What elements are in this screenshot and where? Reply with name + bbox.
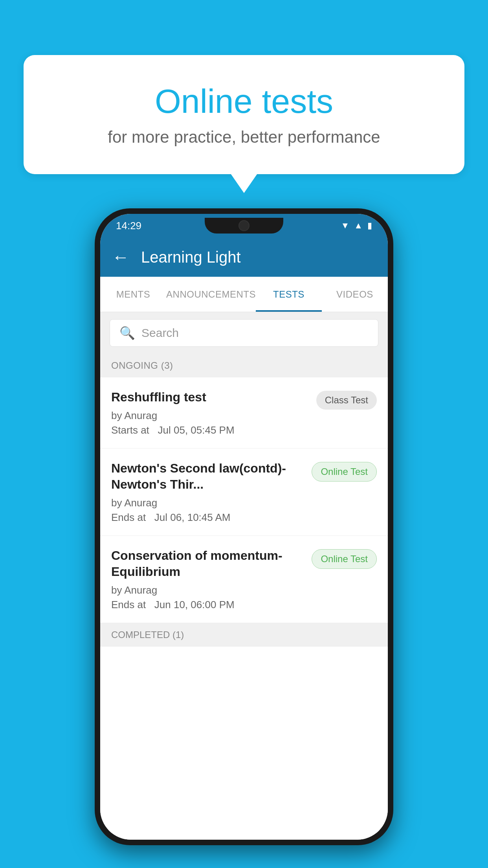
completed-label: COMPLETED (1): [111, 629, 184, 640]
phone-camera: [238, 220, 250, 231]
test-list: Reshuffling test by Anurag Starts at Jul…: [100, 377, 388, 840]
test-badge-online: Online Test: [312, 462, 377, 482]
test-name: Reshuffling test: [111, 389, 308, 406]
bubble-title: Online tests: [55, 83, 433, 120]
speech-bubble-container: Online tests for more practice, better p…: [24, 55, 464, 174]
bubble-subtitle: for more practice, better performance: [55, 128, 433, 147]
tab-ments-label: MENTS: [116, 289, 150, 300]
battery-icon: ▮: [367, 221, 372, 231]
test-name: Newton's Second law(contd)-Newton's Thir…: [111, 460, 304, 493]
search-icon: 🔍: [119, 326, 135, 340]
test-date-label: Ends at: [111, 599, 146, 611]
status-time: 14:29: [116, 220, 141, 232]
test-item[interactable]: Newton's Second law(contd)-Newton's Thir…: [100, 449, 388, 536]
app-bar-title: Learning Light: [141, 248, 241, 266]
test-date-value: Jul 05, 05:45 PM: [158, 424, 235, 436]
status-icons: ▼ ▲ ▮: [341, 221, 372, 231]
signal-icon: ▲: [354, 221, 363, 231]
tab-videos[interactable]: VIDEOS: [322, 277, 388, 312]
test-date: Ends at Jun 10, 06:00 PM: [111, 599, 304, 611]
ongoing-section-header: ONGOING (3): [100, 354, 388, 377]
wifi-icon: ▼: [341, 221, 349, 231]
phone-screen: 14:29 ▼ ▲ ▮ ← Learning Light MENTS ANNOU…: [100, 214, 388, 840]
tab-announcements-label: ANNOUNCEMENTS: [166, 289, 256, 300]
ongoing-label: ONGOING (3): [111, 360, 173, 371]
test-date: Starts at Jul 05, 05:45 PM: [111, 424, 308, 436]
search-placeholder: Search: [141, 326, 179, 340]
speech-bubble: Online tests for more practice, better p…: [24, 55, 464, 174]
test-item[interactable]: Reshuffling test by Anurag Starts at Jul…: [100, 377, 388, 449]
test-date-label: Ends at: [111, 511, 146, 523]
back-button[interactable]: ←: [112, 247, 129, 267]
test-author: by Anurag: [111, 497, 304, 509]
test-name: Conservation of momentum-Equilibrium: [111, 548, 304, 580]
test-author: by Anurag: [111, 584, 304, 596]
tab-tests[interactable]: TESTS: [256, 277, 322, 312]
completed-section-header: COMPLETED (1): [100, 623, 388, 647]
tab-announcements[interactable]: ANNOUNCEMENTS: [166, 277, 256, 312]
test-date-label: Starts at: [111, 424, 149, 436]
test-date-value: Jun 10, 06:00 PM: [154, 599, 235, 611]
test-author: by Anurag: [111, 410, 308, 422]
tab-bar: MENTS ANNOUNCEMENTS TESTS VIDEOS: [100, 277, 388, 312]
test-info: Conservation of momentum-Equilibrium by …: [111, 548, 304, 611]
tab-videos-label: VIDEOS: [336, 289, 373, 300]
phone-frame: 14:29 ▼ ▲ ▮ ← Learning Light MENTS ANNOU…: [95, 208, 393, 845]
test-date: Ends at Jul 06, 10:45 AM: [111, 511, 304, 524]
tab-ments[interactable]: MENTS: [100, 277, 166, 312]
tab-tests-label: TESTS: [273, 289, 305, 300]
phone-wrapper: 14:29 ▼ ▲ ▮ ← Learning Light MENTS ANNOU…: [95, 208, 393, 845]
search-box[interactable]: 🔍 Search: [110, 319, 378, 347]
app-bar: ← Learning Light: [100, 237, 388, 277]
test-item[interactable]: Conservation of momentum-Equilibrium by …: [100, 536, 388, 623]
test-info: Newton's Second law(contd)-Newton's Thir…: [111, 460, 304, 524]
test-badge-class: Class Test: [316, 391, 377, 410]
test-badge-online-2: Online Test: [312, 549, 377, 569]
test-date-value: Jul 06, 10:45 AM: [154, 511, 231, 523]
test-info: Reshuffling test by Anurag Starts at Jul…: [111, 389, 308, 436]
search-container: 🔍 Search: [100, 312, 388, 354]
